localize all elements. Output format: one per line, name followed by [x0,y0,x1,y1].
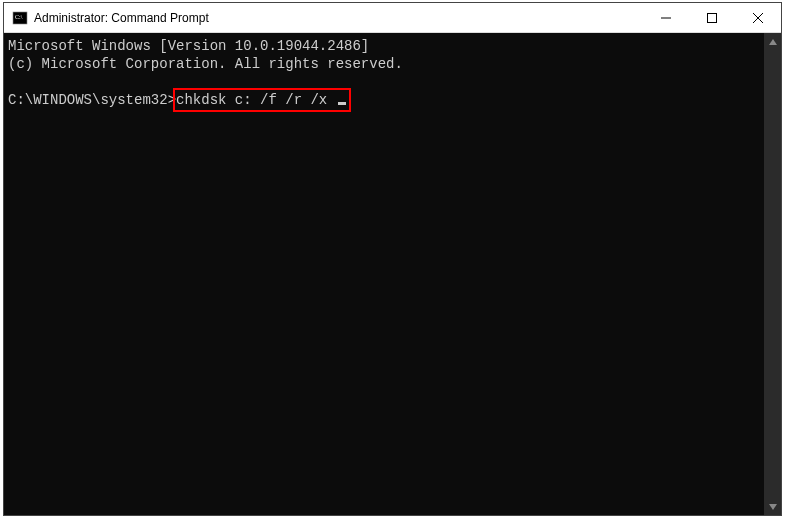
scroll-up-icon[interactable] [764,33,781,50]
command-prompt-window: C:\ Administrator: Command Prompt Micros… [3,2,782,516]
titlebar[interactable]: C:\ Administrator: Command Prompt [4,3,781,33]
command-highlight-box: chkdsk c: /f /r /x [173,88,351,112]
svg-rect-3 [708,13,717,22]
close-button[interactable] [735,3,781,32]
scrollbar-track-space[interactable] [764,50,781,498]
prompt-text: C:\WINDOWS\system32> [8,92,176,108]
scroll-down-icon[interactable] [764,498,781,515]
version-line: Microsoft Windows [Version 10.0.19044.24… [8,38,369,54]
minimize-button[interactable] [643,3,689,32]
maximize-button[interactable] [689,3,735,32]
svg-text:C:\: C:\ [15,14,23,20]
command-text: chkdsk c: /f /r /x [176,92,336,108]
terminal[interactable]: Microsoft Windows [Version 10.0.19044.24… [4,33,764,515]
text-cursor [338,102,346,105]
app-icon: C:\ [12,10,28,26]
window-title: Administrator: Command Prompt [34,11,643,25]
terminal-area: Microsoft Windows [Version 10.0.19044.24… [4,33,781,515]
window-controls [643,3,781,32]
copyright-line: (c) Microsoft Corporation. All rights re… [8,56,403,72]
vertical-scrollbar[interactable] [764,33,781,515]
